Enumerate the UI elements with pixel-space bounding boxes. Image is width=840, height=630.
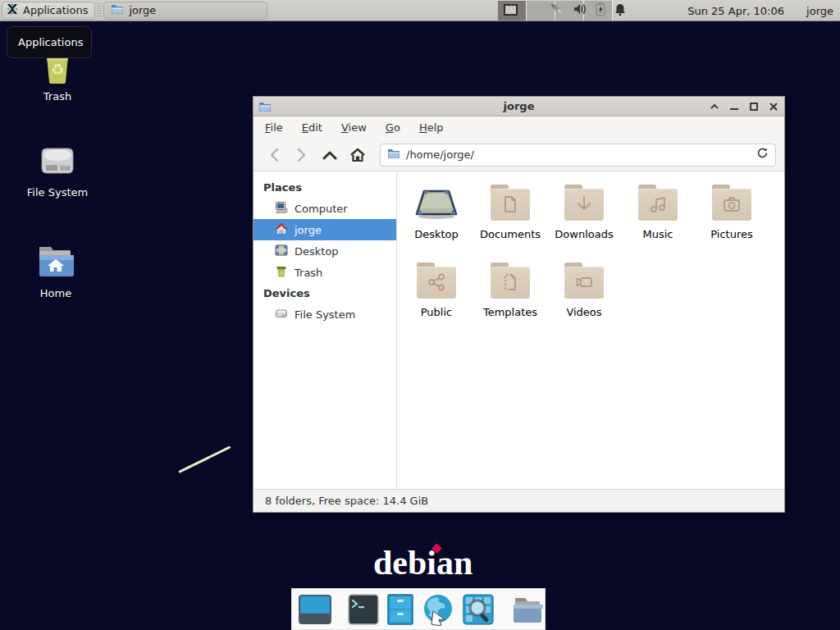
video-camera-icon: [564, 262, 604, 299]
terminal-icon: [348, 594, 379, 625]
home-button[interactable]: [345, 143, 370, 167]
home-icon: [275, 222, 288, 238]
svg-text:♻: ♻: [279, 269, 283, 275]
file-list-view[interactable]: Desktop Documents Downloads: [397, 171, 784, 489]
notifications-bell-icon[interactable]: [614, 2, 627, 20]
minimize-button[interactable]: [728, 101, 740, 112]
music-notes-icon: [638, 185, 678, 221]
sidebar: Places Computer: [253, 171, 397, 489]
folder-label: Desktop: [399, 228, 473, 240]
panel-clock[interactable]: Sun 25 Apr, 10:06: [687, 0, 784, 21]
taskbar-window-button[interactable]: jorge: [103, 2, 267, 20]
folder-item-music[interactable]: Music: [621, 178, 695, 240]
sidebar-item-label: Desktop: [294, 245, 339, 258]
folder-label: Pictures: [695, 228, 769, 240]
network-plug-icon[interactable]: [549, 2, 565, 20]
download-arrow-icon: [564, 185, 604, 221]
folder-icon: [510, 595, 543, 624]
folder-icon: [111, 3, 124, 17]
panel-user-menu[interactable]: jorge: [806, 0, 833, 21]
taskbar-window-label: jorge: [129, 4, 156, 16]
menubar: File Edit View Go Help: [253, 116, 784, 139]
share-icon: [417, 262, 456, 299]
top-panel: Applications jorge: [0, 0, 840, 21]
tooltip-text: Applications: [18, 36, 83, 48]
menu-file[interactable]: File: [265, 121, 283, 134]
web-browser-icon: [422, 593, 454, 626]
forward-button[interactable]: [290, 143, 314, 167]
toolbar: /home/jorge/: [253, 139, 784, 171]
desktop-icon-home[interactable]: Home: [11, 242, 101, 299]
path-bar[interactable]: /home/jorge/: [380, 144, 776, 167]
camera-icon: [712, 185, 751, 221]
applications-menu-button[interactable]: Applications: [2, 2, 95, 20]
folder-item-downloads[interactable]: Downloads: [547, 178, 621, 240]
window-titlebar[interactable]: jorge: [253, 97, 784, 116]
sidebar-item-label: Computer: [294, 203, 348, 215]
desktop-icon-label: File System: [12, 186, 103, 199]
sidebar-item-trash[interactable]: ♻ Trash: [253, 262, 396, 283]
desktop-icon-file-system[interactable]: File System: [12, 141, 103, 199]
folder-label: Downloads: [547, 228, 621, 240]
menu-edit[interactable]: Edit: [302, 121, 322, 134]
folder-item-desktop[interactable]: Desktop: [399, 178, 473, 240]
document-icon: [491, 185, 530, 221]
terminal-launcher[interactable]: [348, 593, 379, 626]
folder-item-videos[interactable]: Videos: [547, 256, 621, 318]
trash-icon: ♻: [275, 265, 288, 281]
menu-help[interactable]: Help: [419, 121, 444, 134]
workspace-1[interactable]: [498, 1, 527, 21]
folder-icon: [258, 100, 272, 116]
status-bar: 8 folders, Free space: 14.4 GiB: [253, 489, 784, 512]
sidebar-item-label: File System: [294, 308, 355, 321]
sidebar-item-file-system[interactable]: File System: [253, 304, 396, 325]
svg-text:♻: ♻: [51, 61, 64, 78]
workspace-window-thumb: [504, 4, 518, 16]
menu-view[interactable]: View: [341, 121, 367, 134]
folder-label: Public: [399, 306, 473, 318]
menu-go[interactable]: Go: [386, 121, 400, 134]
close-button[interactable]: [768, 101, 779, 112]
panel-grip[interactable]: [97, 3, 102, 18]
desktop-icon-label: Trash: [12, 90, 103, 103]
file-manager-window: jorge File Edit View Go Help: [253, 96, 785, 513]
sidebar-item-computer[interactable]: Computer: [253, 198, 396, 219]
debian-text: debian: [373, 544, 472, 582]
computer-icon: [275, 201, 288, 217]
applications-tooltip: Applications: [7, 26, 92, 58]
folder-icon: [387, 147, 400, 162]
folder-item-documents[interactable]: Documents: [473, 178, 547, 240]
desktop-icon: [275, 244, 288, 259]
debian-wordmark: debian: [373, 543, 472, 582]
sidebar-item-desktop[interactable]: Desktop: [253, 240, 396, 262]
folder-item-pictures[interactable]: Pictures: [695, 178, 769, 240]
bottom-dock-panel: [291, 588, 546, 630]
places-header: Places: [253, 177, 396, 198]
folder-item-public[interactable]: Public: [399, 256, 473, 318]
xfce-menu-icon: [6, 2, 19, 18]
show-desktop-icon: [299, 594, 331, 625]
folder-label: Music: [621, 228, 695, 240]
file-manager-launcher[interactable]: [387, 593, 413, 626]
status-text: 8 folders, Free space: 14.4 GiB: [265, 495, 428, 507]
path-input[interactable]: /home/jorge/: [406, 148, 751, 161]
up-button[interactable]: [317, 143, 342, 167]
application-finder-icon: [463, 594, 494, 625]
app-finder-launcher[interactable]: [463, 593, 494, 626]
stray-line-artifact: [178, 445, 231, 472]
maximize-button[interactable]: [748, 101, 760, 112]
shade-button[interactable]: [709, 101, 720, 112]
folder-launcher[interactable]: [510, 593, 543, 626]
volume-icon[interactable]: [573, 2, 587, 19]
folder-item-templates[interactable]: Templates: [473, 256, 547, 318]
hard-drive-icon: [275, 307, 288, 322]
sidebar-item-jorge[interactable]: jorge: [253, 219, 396, 240]
applications-menu-label: Applications: [23, 4, 88, 16]
template-document-icon: [491, 262, 530, 299]
folder-label: Documents: [473, 228, 547, 240]
battery-charging-icon[interactable]: [595, 2, 606, 20]
back-button[interactable]: [262, 143, 286, 167]
web-browser-launcher[interactable]: [422, 593, 454, 626]
reload-icon[interactable]: [756, 147, 769, 162]
show-desktop-button[interactable]: [299, 593, 331, 626]
